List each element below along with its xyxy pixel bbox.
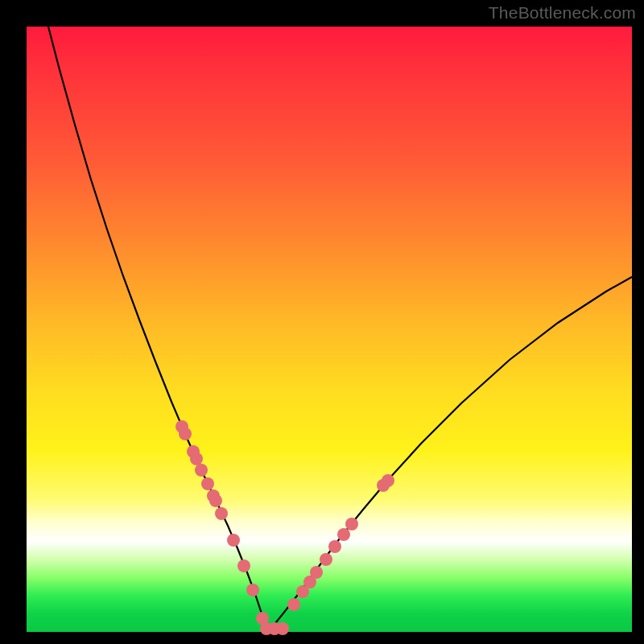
watermark-text: TheBottleneck.com (489, 3, 636, 23)
data-marker (190, 452, 203, 465)
data-marker (337, 528, 350, 541)
data-marker (195, 464, 208, 477)
data-marker (328, 540, 341, 553)
data-marker (287, 598, 300, 611)
marker-group (175, 420, 394, 635)
outer-frame: TheBottleneck.com (0, 0, 644, 644)
data-marker (276, 622, 289, 635)
data-marker (179, 427, 192, 440)
data-marker (320, 553, 332, 566)
data-marker (201, 477, 214, 490)
data-marker (382, 474, 394, 487)
data-marker (227, 534, 240, 547)
data-marker (246, 584, 259, 597)
data-marker (310, 566, 323, 579)
data-marker (209, 494, 222, 507)
data-marker (215, 507, 228, 520)
data-marker (237, 559, 250, 572)
right-curve (268, 277, 632, 632)
chart-svg (27, 27, 632, 632)
data-marker (345, 518, 358, 530)
